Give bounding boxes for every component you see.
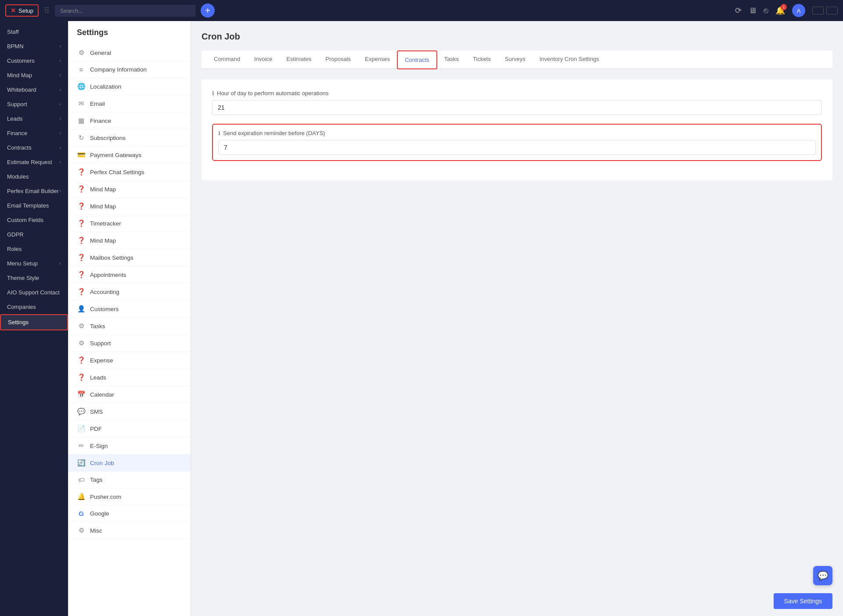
settings-item-label: Localization: [90, 83, 121, 90]
settings-item-label: Timetracker: [90, 220, 121, 227]
settings-item-label: Mind Map: [90, 186, 116, 193]
history-icon[interactable]: ⟳: [735, 6, 742, 15]
settings-item-label: Mind Map: [90, 203, 116, 210]
settings-item-pdf[interactable]: 📄 PDF: [68, 420, 191, 437]
tab-command[interactable]: Command: [207, 50, 247, 68]
sidebar-item-settings[interactable]: Settings: [0, 314, 68, 330]
sidebar-item-staff[interactable]: Staff: [0, 25, 68, 39]
settings-item-finance[interactable]: ▦ Finance: [68, 112, 191, 129]
monitor-icon[interactable]: 🖥: [749, 6, 757, 15]
sidebar-item-email-templates[interactable]: Email Templates: [0, 198, 68, 213]
add-button[interactable]: +: [201, 4, 215, 18]
settings-item-customers[interactable]: 👤 Customers: [68, 301, 191, 318]
sidebar-item-leads[interactable]: Leads‹: [0, 111, 68, 126]
sidebar-item-aio-support[interactable]: AIO Support Contact: [0, 285, 68, 300]
tab-tickets[interactable]: Tickets: [466, 50, 498, 68]
help-icon: ❓: [77, 373, 86, 381]
sidebar-item-customers[interactable]: Customers‹: [0, 54, 68, 68]
settings-item-subscriptions[interactable]: ↻ Subscriptions: [68, 129, 191, 147]
settings-item-general[interactable]: ⚙ General: [68, 44, 191, 61]
sidebar-item-menu-setup[interactable]: Menu Setup‹: [0, 256, 68, 271]
settings-item-mailbox[interactable]: ❓ Mailbox Settings: [68, 249, 191, 266]
settings-item-leads[interactable]: ❓ Leads: [68, 369, 191, 386]
settings-item-company-information[interactable]: ≡ Company Information: [68, 61, 191, 78]
settings-item-accounting[interactable]: ❓ Accounting: [68, 283, 191, 301]
calendar-icon: 📅: [77, 390, 86, 398]
setup-button[interactable]: ✕ Setup: [5, 4, 39, 17]
tab-invoice[interactable]: Invoice: [247, 50, 279, 68]
settings-item-misc[interactable]: ⚙ Misc: [68, 522, 191, 539]
save-settings-button[interactable]: Save Settings: [774, 593, 832, 609]
settings-item-sms[interactable]: 💬 SMS: [68, 403, 191, 420]
sidebar-item-modules[interactable]: Modules: [0, 169, 68, 184]
settings-item-label: Tasks: [90, 323, 105, 329]
settings-item-cron-job[interactable]: 🔄 Cron Job: [68, 455, 191, 472]
help-icon: ❓: [77, 236, 86, 244]
settings-item-support[interactable]: ⚙ Support: [68, 335, 191, 352]
chevron-icon: ‹: [60, 261, 61, 266]
settings-item-pusher[interactable]: 🔔 Pusher.com: [68, 488, 191, 505]
tab-expenses[interactable]: Expenses: [358, 50, 397, 68]
settings-item-mind-map-2[interactable]: ❓ Mind Map: [68, 198, 191, 215]
settings-item-e-sign[interactable]: ✏ E-Sign: [68, 437, 191, 455]
chevron-icon: ‹: [60, 189, 61, 193]
notification-icon[interactable]: 🔔 1: [775, 6, 785, 15]
settings-item-mind-map-1[interactable]: ❓ Mind Map: [68, 181, 191, 198]
expiration-label: ℹ Send expiration reminder before (DAYS): [218, 130, 816, 136]
sidebar-item-support[interactable]: Support‹: [0, 97, 68, 111]
sidebar-item-gdpr[interactable]: GDPR: [0, 227, 68, 242]
settings-item-payment-gateways[interactable]: 💳 Payment Gateways: [68, 147, 191, 164]
settings-item-tasks[interactable]: ⚙ Tasks: [68, 318, 191, 335]
chat-bubble[interactable]: 💬: [813, 566, 832, 585]
sidebar-item-perfex-email-builder[interactable]: Perfex Email Builder‹: [0, 184, 68, 198]
settings-item-mind-map-3[interactable]: ❓ Mind Map: [68, 232, 191, 249]
search-input[interactable]: [55, 5, 195, 17]
hour-input[interactable]: [212, 100, 822, 115]
form-section: ℹ Hour of day to perform automatic opera…: [202, 79, 832, 180]
sidebar-item-companies[interactable]: Companies: [0, 300, 68, 314]
notification-badge: 1: [781, 4, 787, 10]
settings-item-label: Calendar: [90, 391, 114, 398]
settings-item-expense[interactable]: ❓ Expense: [68, 352, 191, 369]
sidebar-item-mind-map[interactable]: Mind Map‹: [0, 68, 68, 82]
avatar[interactable]: A: [792, 4, 805, 17]
payment-icon: 💳: [77, 151, 86, 159]
settings-item-email[interactable]: ✉ Email: [68, 95, 191, 112]
sidebar-item-bpmn[interactable]: BPMN‹: [0, 39, 68, 54]
settings-item-label: Email: [90, 100, 105, 107]
settings-item-localization[interactable]: 🌐 Localization: [68, 78, 191, 95]
minimize-button[interactable]: [812, 7, 824, 14]
help-icon: ❓: [77, 254, 86, 261]
settings-item-calendar[interactable]: 📅 Calendar: [68, 386, 191, 403]
chevron-icon: ‹: [60, 116, 61, 121]
settings-item-label: Google: [90, 510, 109, 517]
tab-inventory-cron-settings[interactable]: Inventory Cron Settings: [533, 50, 606, 68]
tab-proposals[interactable]: Proposals: [318, 50, 358, 68]
maximize-button[interactable]: [826, 7, 838, 14]
sidebar-item-finance[interactable]: Finance‹: [0, 126, 68, 140]
sidebar-item-theme-style[interactable]: Theme Style: [0, 271, 68, 285]
sidebar-item-contracts[interactable]: Contracts‹: [0, 140, 68, 155]
share-icon[interactable]: ⎋: [764, 6, 768, 15]
help-icon: ❓: [77, 271, 86, 279]
sidebar-item-whiteboard[interactable]: Whiteboard‹: [0, 82, 68, 97]
settings-item-timetracker[interactable]: ❓ Timetracker: [68, 215, 191, 232]
sidebar-item-custom-fields[interactable]: Custom Fields: [0, 213, 68, 227]
sidebar-item-roles[interactable]: Roles: [0, 242, 68, 256]
settings-item-label: Support: [90, 340, 111, 347]
settings-item-label: Subscriptions: [90, 135, 126, 141]
settings-item-tags[interactable]: 🏷 Tags: [68, 472, 191, 488]
settings-item-label: SMS: [90, 408, 103, 415]
tab-contracts[interactable]: Contracts: [397, 50, 437, 69]
expiration-input[interactable]: [218, 140, 816, 155]
tab-tasks[interactable]: Tasks: [437, 50, 466, 68]
settings-item-label: Company Information: [90, 66, 147, 73]
settings-item-appointments[interactable]: ❓ Appointments: [68, 266, 191, 283]
tab-estimates[interactable]: Estimates: [279, 50, 318, 68]
esign-icon: ✏: [77, 442, 86, 450]
settings-item-google[interactable]: G Google: [68, 505, 191, 522]
globe-icon: 🌐: [77, 82, 86, 90]
tab-surveys[interactable]: Surveys: [498, 50, 533, 68]
sidebar-item-estimate-request[interactable]: Estimate Request‹: [0, 155, 68, 169]
settings-item-perfex-chat[interactable]: ❓ Perfex Chat Settings: [68, 164, 191, 181]
